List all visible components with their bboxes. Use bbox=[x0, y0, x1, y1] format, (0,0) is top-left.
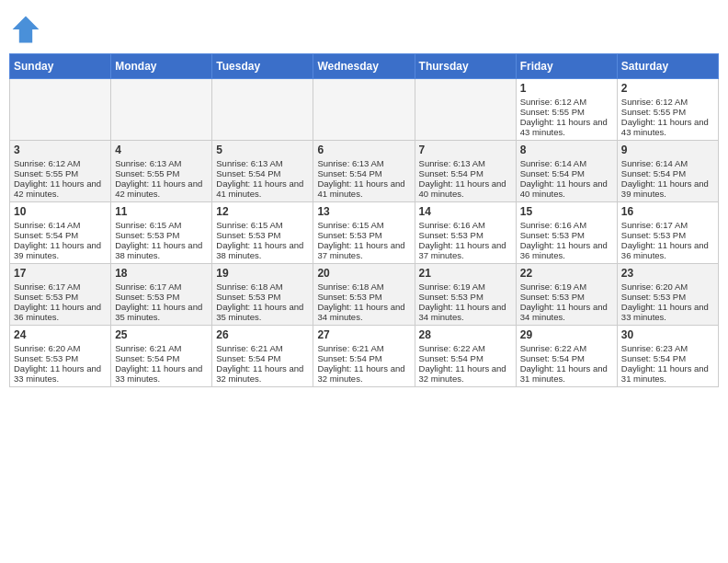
day-number: 20 bbox=[317, 267, 410, 280]
sunset-text: Sunset: 5:54 PM bbox=[419, 353, 512, 363]
sunset-text: Sunset: 5:54 PM bbox=[520, 168, 613, 178]
sunrise-text: Sunrise: 6:15 AM bbox=[317, 220, 410, 230]
sunrise-text: Sunrise: 6:16 AM bbox=[419, 220, 512, 230]
sunrise-text: Sunrise: 6:13 AM bbox=[115, 158, 208, 168]
sunrise-text: Sunrise: 6:21 AM bbox=[115, 343, 208, 353]
sunset-text: Sunset: 5:53 PM bbox=[520, 230, 613, 240]
daylight-text: Daylight: 11 hours and 40 minutes. bbox=[419, 178, 512, 199]
sunrise-text: Sunrise: 6:22 AM bbox=[419, 343, 512, 353]
sunrise-text: Sunrise: 6:20 AM bbox=[14, 343, 107, 353]
daylight-text: Daylight: 11 hours and 35 minutes. bbox=[216, 302, 309, 322]
sunset-text: Sunset: 5:54 PM bbox=[621, 168, 714, 178]
day-number: 26 bbox=[216, 328, 309, 341]
svg-marker-0 bbox=[13, 17, 40, 43]
calendar-day: 12Sunrise: 6:15 AMSunset: 5:53 PMDayligh… bbox=[212, 202, 313, 264]
calendar-day: 17Sunrise: 6:17 AMSunset: 5:53 PMDayligh… bbox=[10, 264, 111, 326]
sunrise-text: Sunrise: 6:18 AM bbox=[216, 282, 309, 292]
calendar-day: 27Sunrise: 6:21 AMSunset: 5:54 PMDayligh… bbox=[313, 326, 415, 387]
sunset-text: Sunset: 5:53 PM bbox=[621, 292, 714, 302]
calendar-day: 3Sunrise: 6:12 AMSunset: 5:55 PMDaylight… bbox=[10, 141, 111, 202]
daylight-text: Daylight: 11 hours and 38 minutes. bbox=[216, 240, 309, 260]
sunset-text: Sunset: 5:54 PM bbox=[419, 168, 512, 178]
sunset-text: Sunset: 5:53 PM bbox=[115, 292, 208, 302]
sunset-text: Sunset: 5:53 PM bbox=[115, 230, 208, 240]
sunset-text: Sunset: 5:54 PM bbox=[14, 230, 107, 240]
day-number: 28 bbox=[419, 328, 512, 341]
day-number: 10 bbox=[14, 205, 107, 218]
day-number: 6 bbox=[317, 144, 410, 156]
calendar-week-row: 3Sunrise: 6:12 AMSunset: 5:55 PMDaylight… bbox=[10, 141, 719, 202]
day-number: 14 bbox=[419, 205, 512, 218]
calendar-week-row: 24Sunrise: 6:20 AMSunset: 5:53 PMDayligh… bbox=[10, 326, 719, 387]
sunrise-text: Sunrise: 6:18 AM bbox=[317, 282, 410, 292]
calendar-day: 2Sunrise: 6:12 AMSunset: 5:55 PMDaylight… bbox=[617, 79, 718, 141]
sunset-text: Sunset: 5:55 PM bbox=[621, 107, 714, 117]
daylight-text: Daylight: 11 hours and 33 minutes. bbox=[14, 363, 107, 384]
day-number: 13 bbox=[317, 205, 410, 218]
sunrise-text: Sunrise: 6:20 AM bbox=[621, 282, 714, 292]
day-number: 8 bbox=[520, 144, 613, 156]
sunset-text: Sunset: 5:54 PM bbox=[621, 353, 714, 363]
calendar-header-thursday: Thursday bbox=[415, 54, 516, 79]
sunrise-text: Sunrise: 6:13 AM bbox=[216, 158, 309, 168]
day-number: 21 bbox=[419, 267, 512, 280]
day-number: 3 bbox=[14, 144, 107, 156]
sunset-text: Sunset: 5:54 PM bbox=[317, 168, 410, 178]
sunset-text: Sunset: 5:54 PM bbox=[115, 353, 208, 363]
calendar: SundayMondayTuesdayWednesdayThursdayFrid… bbox=[9, 53, 719, 387]
calendar-day: 6Sunrise: 6:13 AMSunset: 5:54 PMDaylight… bbox=[313, 141, 415, 202]
calendar-day bbox=[415, 79, 516, 141]
calendar-header-sunday: Sunday bbox=[10, 54, 111, 79]
day-number: 11 bbox=[115, 205, 208, 218]
calendar-day: 25Sunrise: 6:21 AMSunset: 5:54 PMDayligh… bbox=[111, 326, 212, 387]
sunset-text: Sunset: 5:53 PM bbox=[216, 230, 309, 240]
sunset-text: Sunset: 5:53 PM bbox=[419, 292, 512, 302]
daylight-text: Daylight: 11 hours and 37 minutes. bbox=[419, 240, 512, 260]
day-number: 12 bbox=[216, 205, 309, 218]
sunset-text: Sunset: 5:53 PM bbox=[621, 230, 714, 240]
calendar-header-tuesday: Tuesday bbox=[212, 54, 313, 79]
daylight-text: Daylight: 11 hours and 43 minutes. bbox=[621, 117, 714, 137]
sunrise-text: Sunrise: 6:14 AM bbox=[621, 158, 714, 168]
daylight-text: Daylight: 11 hours and 33 minutes. bbox=[621, 302, 714, 322]
day-number: 7 bbox=[419, 144, 512, 156]
sunset-text: Sunset: 5:53 PM bbox=[520, 292, 613, 302]
day-number: 18 bbox=[115, 267, 208, 280]
calendar-day bbox=[212, 79, 313, 141]
calendar-week-row: 1Sunrise: 6:12 AMSunset: 5:55 PMDaylight… bbox=[10, 79, 719, 141]
calendar-day: 11Sunrise: 6:15 AMSunset: 5:53 PMDayligh… bbox=[111, 202, 212, 264]
day-number: 9 bbox=[621, 144, 714, 156]
sunset-text: Sunset: 5:53 PM bbox=[317, 230, 410, 240]
calendar-day: 4Sunrise: 6:13 AMSunset: 5:55 PMDaylight… bbox=[111, 141, 212, 202]
calendar-day: 23Sunrise: 6:20 AMSunset: 5:53 PMDayligh… bbox=[617, 264, 718, 326]
day-number: 24 bbox=[14, 328, 107, 341]
day-number: 2 bbox=[621, 82, 714, 95]
daylight-text: Daylight: 11 hours and 41 minutes. bbox=[216, 178, 309, 199]
daylight-text: Daylight: 11 hours and 32 minutes. bbox=[317, 363, 410, 384]
logo-icon bbox=[9, 13, 42, 46]
daylight-text: Daylight: 11 hours and 42 minutes. bbox=[14, 178, 107, 199]
daylight-text: Daylight: 11 hours and 31 minutes. bbox=[621, 363, 714, 384]
calendar-day: 21Sunrise: 6:19 AMSunset: 5:53 PMDayligh… bbox=[415, 264, 516, 326]
calendar-day: 19Sunrise: 6:18 AMSunset: 5:53 PMDayligh… bbox=[212, 264, 313, 326]
sunset-text: Sunset: 5:53 PM bbox=[14, 353, 107, 363]
calendar-day: 10Sunrise: 6:14 AMSunset: 5:54 PMDayligh… bbox=[10, 202, 111, 264]
daylight-text: Daylight: 11 hours and 35 minutes. bbox=[115, 302, 208, 322]
sunrise-text: Sunrise: 6:19 AM bbox=[520, 282, 613, 292]
calendar-day: 16Sunrise: 6:17 AMSunset: 5:53 PMDayligh… bbox=[617, 202, 718, 264]
sunset-text: Sunset: 5:54 PM bbox=[317, 353, 410, 363]
day-number: 29 bbox=[520, 328, 613, 341]
daylight-text: Daylight: 11 hours and 43 minutes. bbox=[520, 117, 613, 137]
daylight-text: Daylight: 11 hours and 34 minutes. bbox=[520, 302, 613, 322]
daylight-text: Daylight: 11 hours and 36 minutes. bbox=[520, 240, 613, 260]
daylight-text: Daylight: 11 hours and 31 minutes. bbox=[520, 363, 613, 384]
sunset-text: Sunset: 5:53 PM bbox=[14, 292, 107, 302]
day-number: 16 bbox=[621, 205, 714, 218]
daylight-text: Daylight: 11 hours and 36 minutes. bbox=[14, 302, 107, 322]
daylight-text: Daylight: 11 hours and 40 minutes. bbox=[520, 178, 613, 199]
day-number: 22 bbox=[520, 267, 613, 280]
sunrise-text: Sunrise: 6:12 AM bbox=[520, 97, 613, 107]
sunset-text: Sunset: 5:55 PM bbox=[115, 168, 208, 178]
calendar-day bbox=[111, 79, 212, 141]
sunrise-text: Sunrise: 6:15 AM bbox=[115, 220, 208, 230]
